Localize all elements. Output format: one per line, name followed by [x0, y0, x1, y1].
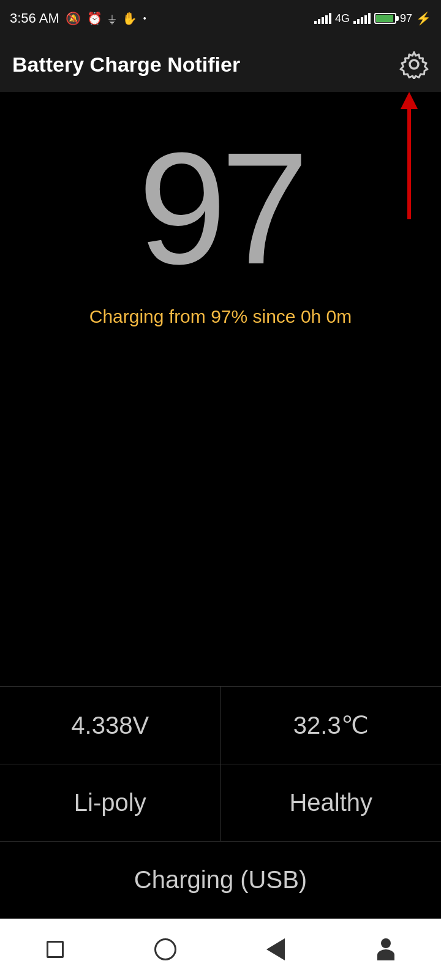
back-icon — [266, 938, 285, 960]
stats-grid: 4.338V 32.3℃ Li-poly Healthy Charging (U… — [0, 686, 441, 919]
home-icon — [154, 938, 176, 960]
recent-apps-button[interactable] — [37, 931, 74, 968]
voltage-cell: 4.338V — [0, 687, 221, 764]
signal-bars-2 — [353, 13, 371, 24]
main-scroll-area: 97 Charging from 97% since 0h 0m 4.338V … — [0, 92, 441, 919]
home-button[interactable] — [147, 931, 184, 968]
back-button[interactable] — [257, 931, 294, 968]
accessibility-button[interactable] — [368, 931, 404, 968]
red-arrow-indicator — [401, 92, 418, 219]
app-title: Battery Charge Notifier — [12, 53, 240, 77]
signal-bars-1 — [314, 13, 331, 24]
alarm-icon: ⏰ — [87, 11, 102, 26]
navigation-bar — [0, 919, 441, 980]
usb-icon: ⏚ — [108, 12, 116, 26]
app-bar: Battery Charge Notifier — [0, 37, 441, 92]
battery-type-cell: Li-poly — [0, 764, 221, 841]
status-bar: 3:56 AM 🔕 ⏰ ⏚ ✋ • 4G — [0, 0, 441, 37]
settings-button[interactable] — [399, 50, 429, 79]
dot-icon: • — [143, 13, 146, 23]
top-section: 97 Charging from 97% since 0h 0m — [0, 92, 441, 686]
time-display: 3:56 AM — [10, 10, 59, 26]
battery-status-icon — [374, 13, 396, 24]
alarm-off-icon: 🔕 — [66, 11, 81, 26]
charging-info-text: Charging from 97% since 0h 0m — [89, 306, 352, 327]
accessibility-icon — [377, 938, 394, 960]
battery-percent-status: 97 — [400, 12, 412, 25]
network-4g: 4G — [335, 12, 350, 25]
recent-apps-icon — [47, 941, 64, 958]
voltage-temp-row: 4.338V 32.3℃ — [0, 687, 441, 764]
status-left: 3:56 AM 🔕 ⏰ ⏚ ✋ • — [10, 10, 146, 26]
status-right: 4G 97 ⚡ — [314, 11, 431, 26]
type-health-row: Li-poly Healthy — [0, 764, 441, 842]
battery-percentage-display: 97 — [138, 129, 303, 288]
charging-method-row: Charging (USB) — [0, 842, 441, 919]
hand-icon: ✋ — [122, 11, 137, 26]
temperature-cell: 32.3℃ — [221, 687, 442, 764]
charging-bolt-icon: ⚡ — [416, 11, 431, 26]
health-cell: Healthy — [221, 764, 442, 841]
svg-point-0 — [410, 60, 418, 69]
